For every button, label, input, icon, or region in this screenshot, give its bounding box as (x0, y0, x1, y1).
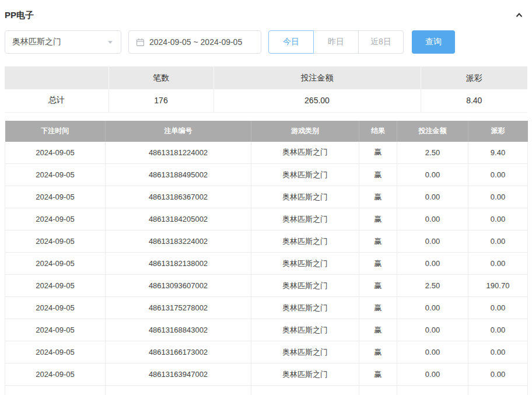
bet-amount: 0.00 (397, 208, 468, 230)
game-type: 奥林匹斯之门 (251, 275, 359, 297)
panel-header: PP电子 (5, 6, 527, 25)
bet-amount: 0.00 (397, 319, 468, 341)
calendar-icon (136, 38, 145, 47)
order-id: 48613184205002 (106, 208, 251, 230)
payout: 9.40 (468, 142, 528, 164)
table-row: 2024-09-05 48613093607002 奥林匹斯之门 赢 2.50 … (5, 275, 528, 297)
game-select[interactable]: 奥林匹斯之门 (5, 30, 121, 54)
summary-header-count: 笔数 (108, 67, 214, 89)
payout: 0.00 (468, 164, 528, 186)
result: 赢 (359, 164, 397, 186)
chevron-up-icon (514, 13, 524, 22)
table-header-row: 下注时间 注单编号 游戏类别 结果 投注金额 派彩 (5, 121, 528, 142)
order-id: 48613093607002 (106, 275, 251, 297)
order-id: 48613186367002 (106, 186, 251, 208)
order-id: 48613166173002 (106, 341, 251, 363)
table-row: 2024-09-05 48613166173002 奥林匹斯之门 赢 0.00 … (5, 341, 528, 363)
summary-total-bet-amount: 265.00 (214, 89, 421, 112)
bet-amount: 0.00 (397, 341, 468, 363)
payout: 0.00 (468, 319, 528, 341)
date-range-value: 2024-09-05 ~ 2024-09-05 (149, 37, 242, 47)
result: 赢 (359, 142, 397, 164)
summary-table: 笔数 投注金额 派彩 总计 176 265.00 8.40 (5, 67, 527, 113)
payout: 0.00 (468, 253, 528, 275)
payout: 0.00 (468, 186, 528, 208)
order-id: 48613163947002 (106, 363, 251, 386)
table-row: 2024-09-05 48613184205002 奥林匹斯之门 赢 0.00 … (5, 208, 528, 230)
game-type: 奥林匹斯之门 (251, 319, 359, 341)
bet-amount: 2.50 (397, 275, 468, 297)
col-result: 结果 (359, 121, 397, 142)
bet-time: 2024-09-05 (5, 275, 106, 297)
order-id: 48613182138002 (106, 253, 251, 275)
game-type: 奥林匹斯之门 (251, 297, 359, 319)
col-bet-amount: 投注金额 (397, 121, 468, 142)
result: 赢 (359, 297, 397, 319)
result: 赢 (359, 253, 397, 275)
order-id: 48613168843002 (106, 319, 251, 341)
bet-time: 2024-09-05 (5, 164, 106, 186)
bet-time: 2024-09-05 (5, 363, 106, 386)
quick-date-button-group: 今日 昨日 近8日 (268, 30, 404, 54)
result: 赢 (359, 341, 397, 363)
bet-amount: 0.00 (397, 186, 468, 208)
summary-total-payout: 8.40 (421, 89, 527, 112)
table-row: 2024-09-05 48613188495002 奥林匹斯之门 赢 0.00 … (5, 164, 528, 186)
date-range-input[interactable]: 2024-09-05 ~ 2024-09-05 (128, 30, 261, 54)
bet-amount: 0.00 (397, 164, 468, 186)
summary-header-row: 笔数 投注金额 派彩 (5, 67, 527, 89)
bet-amount: 0.00 (397, 253, 468, 275)
table-row-partial (5, 386, 528, 395)
bet-time: 2024-09-05 (5, 208, 106, 230)
table-row: 2024-09-05 48613182138002 奥林匹斯之门 赢 0.00 … (5, 253, 528, 275)
table-row: 2024-09-05 48613175278002 奥林匹斯之门 赢 0.00 … (5, 297, 528, 319)
bet-time: 2024-09-05 (5, 319, 106, 341)
col-order-id: 注单编号 (106, 121, 251, 142)
col-payout: 派彩 (468, 121, 528, 142)
order-id: 48613181224002 (106, 142, 251, 164)
bet-time: 2024-09-05 (5, 142, 106, 164)
payout: 190.70 (468, 275, 528, 297)
today-button[interactable]: 今日 (268, 30, 314, 54)
result: 赢 (359, 208, 397, 230)
bet-time: 2024-09-05 (5, 297, 106, 319)
payout: 0.00 (468, 208, 528, 230)
result: 赢 (359, 186, 397, 208)
order-id: 48613175278002 (106, 297, 251, 319)
bet-amount: 0.00 (397, 230, 468, 253)
game-type: 奥林匹斯之门 (251, 142, 359, 164)
table-row: 2024-09-05 48613163947002 奥林匹斯之门 赢 0.00 … (5, 363, 528, 386)
summary-header-payout: 派彩 (421, 67, 527, 89)
collapse-button[interactable] (511, 8, 527, 22)
summary-total-label: 总计 (5, 89, 108, 112)
payout: 0.00 (468, 230, 528, 253)
bet-records-table: 下注时间 注单编号 游戏类别 结果 投注金额 派彩 2024-09-05 486… (5, 121, 528, 395)
last-8-days-button[interactable]: 近8日 (358, 30, 404, 54)
yesterday-button[interactable]: 昨日 (313, 30, 359, 54)
caret-down-icon (107, 39, 114, 46)
col-game-type: 游戏类别 (251, 121, 359, 142)
payout: 0.00 (468, 363, 528, 386)
game-type: 奥林匹斯之门 (251, 164, 359, 186)
summary-total-count: 176 (108, 89, 214, 112)
query-button[interactable]: 查询 (412, 30, 455, 54)
bet-amount: 2.50 (397, 142, 468, 164)
payout: 0.00 (468, 341, 528, 363)
table-row: 2024-09-05 48613181224002 奥林匹斯之门 赢 2.50 … (5, 142, 528, 164)
order-id: 48613183224002 (106, 230, 251, 253)
result: 赢 (359, 319, 397, 341)
summary-total-row: 总计 176 265.00 8.40 (5, 89, 527, 112)
page-title: PP电子 (5, 10, 34, 21)
bet-amount: 0.00 (397, 363, 468, 386)
game-type: 奥林匹斯之门 (251, 186, 359, 208)
bet-time: 2024-09-05 (5, 253, 106, 275)
summary-header-bet-amount: 投注金额 (214, 67, 421, 89)
filter-bar: 奥林匹斯之门 2024-09-05 ~ 2024-09-05 今日 昨日 近8日… (5, 30, 527, 54)
result: 赢 (359, 230, 397, 253)
game-type: 奥林匹斯之门 (251, 253, 359, 275)
result: 赢 (359, 275, 397, 297)
summary-header-blank (5, 67, 108, 89)
table-row: 2024-09-05 48613186367002 奥林匹斯之门 赢 0.00 … (5, 186, 528, 208)
bet-time: 2024-09-05 (5, 230, 106, 253)
game-type: 奥林匹斯之门 (251, 363, 359, 386)
